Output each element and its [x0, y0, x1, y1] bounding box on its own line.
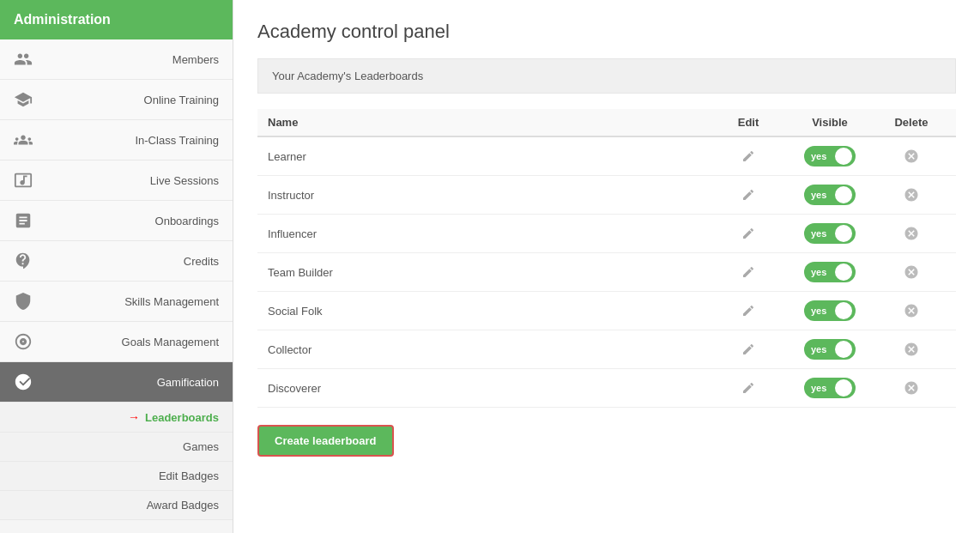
row-name: Influencer [268, 227, 714, 240]
sidebar-item-goals-management[interactable]: Goals Management [0, 322, 233, 362]
toggle-1[interactable]: yes [783, 185, 877, 205]
sidebar-item-live-sessions[interactable]: Live Sessions [0, 161, 233, 201]
col-header-visible: Visible [783, 116, 877, 129]
delete-icon-2[interactable] [877, 226, 946, 241]
edit-icon-5[interactable] [714, 342, 783, 356]
members-icon [14, 50, 33, 69]
sidebar-header[interactable]: Administration [0, 0, 233, 39]
sidebar-item-skills-management-label: Skills Management [41, 295, 219, 308]
table-row: Collector yes [257, 330, 956, 369]
table-row: Social Folk yes [257, 292, 956, 330]
main-content: Academy control panel Your Academy's Lea… [233, 0, 980, 533]
sidebar-item-skills-management[interactable]: Skills Management [0, 282, 233, 322]
sidebar-item-credits-label: Credits [41, 255, 219, 268]
row-name: Collector [268, 343, 714, 356]
in-class-training-icon [14, 130, 33, 149]
row-name: Discoverer [268, 382, 714, 395]
credits-icon [14, 251, 33, 270]
col-header-name: Name [268, 116, 714, 129]
edit-icon-3[interactable] [714, 265, 783, 279]
sidebar-subitem-edit-badges-label: Edit Badges [159, 469, 219, 482]
delete-icon-4[interactable] [877, 303, 946, 318]
sidebar-subitem-award-badges[interactable]: Award Badges [0, 491, 233, 520]
sidebar-item-goals-management-label: Goals Management [41, 336, 219, 348]
goals-icon [14, 332, 33, 351]
sidebar-subitem-games[interactable]: Games [0, 433, 233, 462]
sidebar-subitem-leaderboards-label: Leaderboards [145, 411, 219, 424]
toggle-3[interactable]: yes [783, 262, 877, 282]
sidebar-subitem-award-badges-label: Award Badges [147, 499, 219, 512]
sidebar-item-onboardings-label: Onboardings [41, 215, 219, 227]
edit-icon-0[interactable] [714, 149, 783, 163]
edit-icon-1[interactable] [714, 188, 783, 202]
sidebar-item-gamification-label: Gamification [41, 376, 219, 389]
row-name: Learner [268, 150, 714, 163]
edit-icon-4[interactable] [714, 304, 783, 318]
toggle-0[interactable]: yes [783, 146, 877, 167]
table-row: Team Builder yes [257, 253, 956, 292]
sidebar-subitem-edit-badges[interactable]: Edit Badges [0, 462, 233, 491]
sidebar-item-in-class-training-label: In-Class Training [41, 134, 219, 147]
sidebar-item-gamification[interactable]: Gamification [0, 362, 233, 403]
sidebar-subitem-leaderboards[interactable]: → Leaderboards [0, 403, 233, 433]
table-row: Influencer yes [257, 215, 956, 253]
sidebar-item-live-sessions-label: Live Sessions [41, 174, 219, 187]
delete-icon-3[interactable] [877, 264, 946, 280]
toggle-5[interactable]: yes [783, 339, 877, 360]
sidebar-item-members[interactable]: Members [0, 39, 233, 80]
section-header: Your Academy's Leaderboards [257, 58, 956, 94]
col-header-delete: Delete [877, 116, 946, 129]
delete-icon-6[interactable] [877, 380, 946, 396]
gamification-icon [14, 372, 33, 391]
col-header-edit: Edit [714, 116, 783, 129]
table-row: Discoverer yes [257, 369, 956, 408]
toggle-4[interactable]: yes [783, 300, 877, 321]
create-leaderboard-button[interactable]: Create leaderboard [257, 425, 394, 457]
page-title: Academy control panel [257, 21, 956, 43]
delete-icon-1[interactable] [877, 187, 946, 203]
live-sessions-icon [14, 171, 33, 190]
sidebar-item-in-class-training[interactable]: In-Class Training [0, 120, 233, 161]
table-row: Learner yes [257, 137, 956, 176]
table-header: Name Edit Visible Delete [257, 109, 956, 137]
skills-icon [14, 292, 33, 311]
row-name: Team Builder [268, 266, 714, 279]
delete-icon-0[interactable] [877, 148, 946, 164]
sidebar-item-members-label: Members [41, 53, 219, 66]
arrow-icon: → [128, 410, 140, 424]
leaderboards-table: Name Edit Visible Delete Learner yes Ins… [257, 109, 956, 408]
row-name: Social Folk [268, 305, 714, 318]
toggle-2[interactable]: yes [783, 223, 877, 244]
row-name: Instructor [268, 189, 714, 202]
sidebar-item-onboardings[interactable]: Onboardings [0, 201, 233, 241]
sidebar-subitem-games-label: Games [183, 440, 219, 453]
edit-icon-6[interactable] [714, 381, 783, 395]
toggle-6[interactable]: yes [783, 378, 877, 398]
sidebar: Administration Members Online Training I… [0, 0, 233, 533]
online-training-icon [14, 90, 33, 109]
sidebar-item-online-training-label: Online Training [41, 94, 219, 106]
sidebar-item-credits[interactable]: Credits [0, 241, 233, 282]
sidebar-item-online-training[interactable]: Online Training [0, 80, 233, 120]
table-row: Instructor yes [257, 176, 956, 215]
onboardings-icon [14, 211, 33, 230]
delete-icon-5[interactable] [877, 342, 946, 357]
edit-icon-2[interactable] [714, 227, 783, 240]
